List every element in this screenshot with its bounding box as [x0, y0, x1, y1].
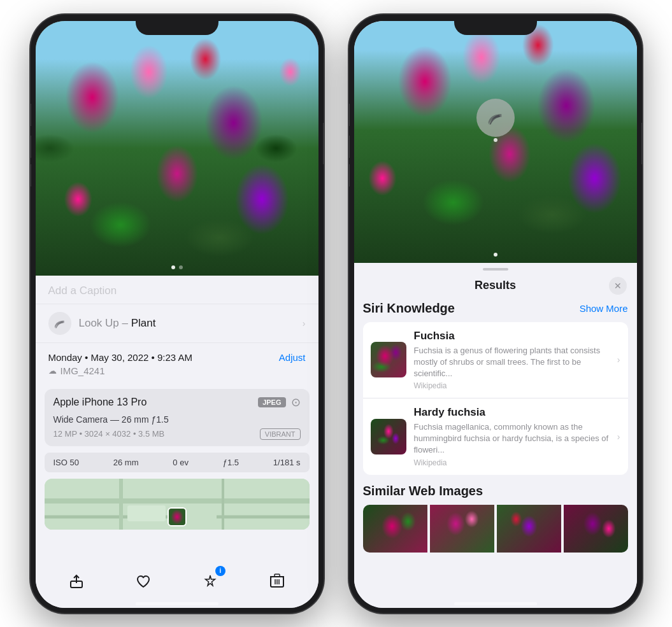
similar-image-1[interactable] [363, 505, 427, 553]
similar-image-4[interactable] [564, 505, 628, 553]
fuchsia-source: Wikipedia [414, 381, 610, 390]
metadata-section: Monday • May 30, 2022 • 9:23 AM Adjust ☁… [36, 343, 318, 383]
hardy-fuchsia-name: Hardy fuchsia [414, 406, 610, 419]
right-screen: Results ✕ Siri Knowledge Show More [354, 21, 637, 608]
right-flower-photo [354, 21, 637, 263]
phone-notch [136, 15, 218, 35]
visual-search-icon [487, 109, 504, 127]
date-row: Monday • May 30, 2022 • 9:23 AM Adjust [48, 352, 306, 363]
info-button[interactable]: i [197, 568, 223, 594]
close-icon: ✕ [614, 281, 622, 291]
exif-focal: 26 mm [113, 458, 139, 467]
caption-placeholder[interactable]: Add a Caption [48, 285, 117, 297]
leaf-icon [54, 317, 66, 330]
knowledge-card: Fuchsia Fuchsia is a genus of flowering … [363, 322, 628, 475]
exif-iso: ISO 50 [54, 458, 79, 467]
lookup-chevron: › [303, 318, 306, 328]
lookup-icon-circle [48, 312, 71, 335]
similar-images-grid [363, 505, 628, 553]
caption-area[interactable]: Add a Caption [36, 276, 318, 304]
fuchsia-name: Fuchsia [414, 330, 610, 342]
hardy-fuchsia-thumbnail [371, 419, 406, 454]
cloud-icon: ☁ [48, 366, 57, 376]
page-dots [171, 265, 183, 269]
svg-rect-11 [275, 574, 280, 577]
date-text: Monday • May 30, 2022 • 9:23 AM [48, 352, 192, 363]
similar-section: Similar Web Images [363, 484, 628, 553]
share-icon [69, 574, 84, 589]
exif-ev: 0 ev [173, 458, 189, 467]
right-page-dots [494, 253, 497, 257]
fuchsia-text: Fuchsia Fuchsia is a genus of flowering … [414, 330, 610, 391]
visual-search-button[interactable] [476, 99, 515, 137]
fuchsia-item[interactable]: Fuchsia Fuchsia is a genus of flowering … [363, 322, 628, 399]
svg-rect-5 [127, 505, 166, 521]
left-screen: Add a Caption Look Up – Plant › Mon [36, 21, 318, 608]
similar-image-2[interactable] [430, 505, 494, 553]
camera-info-card: Apple iPhone 13 Pro JPEG ⊙ Wide Camera —… [45, 389, 310, 446]
lens-info: Wide Camera — 26 mm ƒ1.5 [54, 414, 301, 425]
filename: IMG_4241 [61, 365, 105, 376]
exif-row: ISO 50 26 mm 0 ev ƒ1.5 1/181 s [45, 453, 310, 472]
right-page-dot-1 [494, 253, 497, 257]
similar-title: Similar Web Images [363, 484, 628, 498]
show-more-button[interactable]: Show More [580, 303, 628, 314]
mp-text: 12 MP • 3024 × 4032 • 3.5 MB [54, 429, 165, 439]
fuchsia-chevron: › [617, 355, 620, 365]
map-section[interactable] [45, 479, 310, 530]
format-badge: JPEG [258, 397, 285, 407]
exif-aperture: ƒ1.5 [223, 458, 239, 467]
right-phone-notch [454, 15, 537, 35]
map-photo-thumb [168, 507, 187, 526]
delete-button[interactable] [264, 568, 290, 594]
toolbar: i [31, 568, 324, 594]
siri-knowledge-header: Siri Knowledge Show More [363, 301, 628, 316]
fuchsia-desc: Fuchsia is a genus of flowering plants t… [414, 345, 610, 380]
fuchsia-thumbnail [371, 342, 406, 377]
hardy-fuchsia-chevron: › [617, 432, 620, 442]
right-photo-display[interactable] [354, 21, 637, 263]
siri-knowledge-title: Siri Knowledge [363, 301, 455, 316]
right-home-indicator [454, 602, 537, 605]
results-panel: Results ✕ Siri Knowledge Show More [354, 263, 637, 608]
style-badge: VIBRANT [260, 428, 301, 440]
info-section: Add a Caption Look Up – Plant › Mon [36, 276, 318, 608]
page-dot-2 [179, 265, 183, 269]
results-header: Results ✕ [354, 271, 637, 301]
page-dot-1 [171, 265, 175, 269]
hardy-fuchsia-desc: Fuchsia magellanica, commonly known as t… [414, 421, 610, 456]
visual-search-dot [494, 138, 497, 142]
filename-row: ☁ IMG_4241 [48, 365, 306, 376]
share-button[interactable] [64, 568, 89, 594]
mp-row: 12 MP • 3024 × 4032 • 3.5 MB VIBRANT [54, 428, 301, 440]
adjust-button[interactable]: Adjust [279, 352, 306, 363]
exif-shutter: 1/181 s [273, 458, 301, 467]
sparkle-icon [203, 574, 218, 589]
lookup-row[interactable]: Look Up – Plant › [36, 304, 318, 343]
camera-top-row: Apple iPhone 13 Pro JPEG ⊙ [54, 395, 301, 409]
camera-name: Apple iPhone 13 Pro [54, 397, 147, 408]
similar-image-3[interactable] [497, 505, 561, 553]
info-badge: i [215, 566, 225, 576]
hardy-fuchsia-item[interactable]: Hardy fuchsia Fuchsia magellanica, commo… [363, 398, 628, 475]
close-button[interactable]: ✕ [609, 277, 627, 295]
results-title: Results [475, 279, 516, 292]
results-content: Siri Knowledge Show More Fuchsia Fuchsia… [354, 301, 637, 608]
flower-photo [36, 21, 318, 276]
home-indicator [136, 602, 218, 605]
right-phone: Results ✕ Siri Knowledge Show More [349, 15, 642, 613]
trash-icon [270, 574, 284, 589]
heart-icon [136, 574, 151, 589]
lookup-label: Look Up – Plant [79, 317, 156, 330]
heart-button[interactable] [131, 568, 156, 594]
photo-display[interactable] [36, 21, 318, 276]
hardy-fuchsia-source: Wikipedia [414, 458, 610, 467]
left-phone: Add a Caption Look Up – Plant › Mon [31, 15, 324, 613]
location-icon: ⊙ [291, 395, 301, 409]
info-badge-text: i [220, 567, 222, 574]
hardy-fuchsia-text: Hardy fuchsia Fuchsia magellanica, commo… [414, 406, 610, 467]
